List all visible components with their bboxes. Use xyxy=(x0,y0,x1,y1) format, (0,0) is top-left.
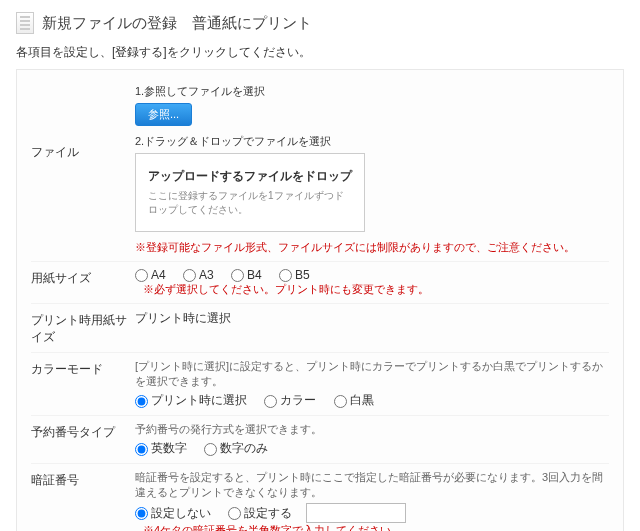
color-opt-color[interactable]: カラー xyxy=(264,393,316,407)
paper-opt-a3[interactable]: A3 xyxy=(183,268,214,282)
reserve-opt-alnum[interactable]: 英数字 xyxy=(135,441,187,455)
pin-desc: 暗証番号を設定すると、プリント時にここで指定した暗証番号が必要になります。3回入… xyxy=(135,470,609,500)
paper-opt-b4[interactable]: B4 xyxy=(231,268,262,282)
color-desc: [プリント時に選択]に設定すると、プリント時にカラーでプリントするか白黒でプリン… xyxy=(135,359,609,389)
file-label: ファイル xyxy=(31,84,135,161)
color-opt-bw[interactable]: 白黒 xyxy=(334,393,374,407)
reserve-type-label: 予約番号タイプ xyxy=(31,422,135,441)
paper-opt-a4[interactable]: A4 xyxy=(135,268,166,282)
pin-label: 暗証番号 xyxy=(31,470,135,489)
paper-opt-b5[interactable]: B5 xyxy=(279,268,310,282)
pin-opt-none[interactable]: 設定しない xyxy=(135,506,211,520)
browse-button[interactable]: 参照... xyxy=(135,103,192,126)
pin-note: ※4ケタの暗証番号を半角数字で入力してください。 xyxy=(143,523,402,531)
reserve-desc: 予約番号の発行方式を選択できます。 xyxy=(135,422,609,437)
file-dropzone[interactable]: アップロードするファイルをドロップ ここに登録するファイルを1ファイルずつドロッ… xyxy=(135,153,365,232)
paper-size-label: 用紙サイズ xyxy=(31,268,135,287)
file-step2: 2.ドラッグ＆ドロップでファイルを選択 xyxy=(135,134,609,149)
pin-input[interactable] xyxy=(306,503,406,523)
print-paper-label: プリント時用紙サイズ xyxy=(31,310,135,346)
color-mode-label: カラーモード xyxy=(31,359,135,378)
reserve-opt-num[interactable]: 数字のみ xyxy=(204,441,268,455)
page-title: 新規ファイルの登録 普通紙にプリント xyxy=(42,14,312,33)
file-step1: 1.参照してファイルを選択 xyxy=(135,84,609,99)
color-opt-select[interactable]: プリント時に選択 xyxy=(135,393,247,407)
dropzone-subtitle: ここに登録するファイルを1ファイルずつドロップしてください。 xyxy=(148,189,352,217)
pin-opt-set[interactable]: 設定する xyxy=(228,506,292,520)
paper-note: ※必ず選択してください。プリント時にも変更できます。 xyxy=(143,282,429,297)
print-paper-value: プリント時に選択 xyxy=(135,310,609,327)
document-icon xyxy=(16,12,34,34)
paper-size-group: A4 A3 B4 B5 xyxy=(135,268,324,282)
file-note: ※登録可能なファイル形式、ファイルサイズには制限がありますので、ご注意ください。 xyxy=(135,240,609,255)
dropzone-title: アップロードするファイルをドロップ xyxy=(148,168,352,185)
intro-text: 各項目を設定し、[登録する]をクリックしてください。 xyxy=(16,44,624,61)
